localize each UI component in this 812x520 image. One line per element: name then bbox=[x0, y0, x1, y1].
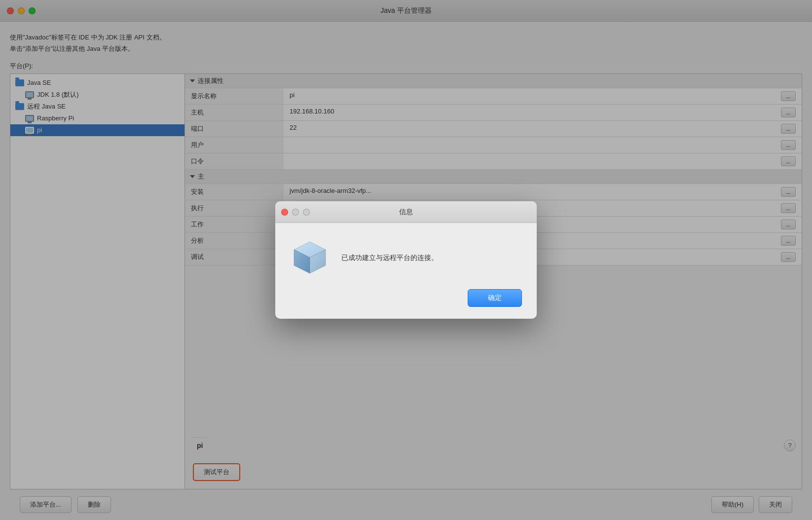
modal-title-bar: 信息 bbox=[275, 201, 537, 223]
modal-minimize-button bbox=[292, 209, 299, 216]
modal-body: 已成功建立与远程平台的连接。 bbox=[275, 223, 537, 289]
modal-title: 信息 bbox=[399, 208, 413, 217]
modal-close-button[interactable] bbox=[281, 209, 288, 216]
modal-overlay: 信息 bbox=[0, 0, 812, 520]
modal-message: 已成功建立与远程平台的连接。 bbox=[341, 252, 438, 263]
cube-icon bbox=[290, 238, 330, 277]
modal-footer: 确定 bbox=[275, 289, 537, 319]
ok-button[interactable]: 确定 bbox=[468, 289, 522, 307]
modal-traffic-lights bbox=[281, 209, 310, 216]
modal-maximize-button bbox=[303, 209, 310, 216]
info-modal: 信息 bbox=[275, 201, 537, 319]
